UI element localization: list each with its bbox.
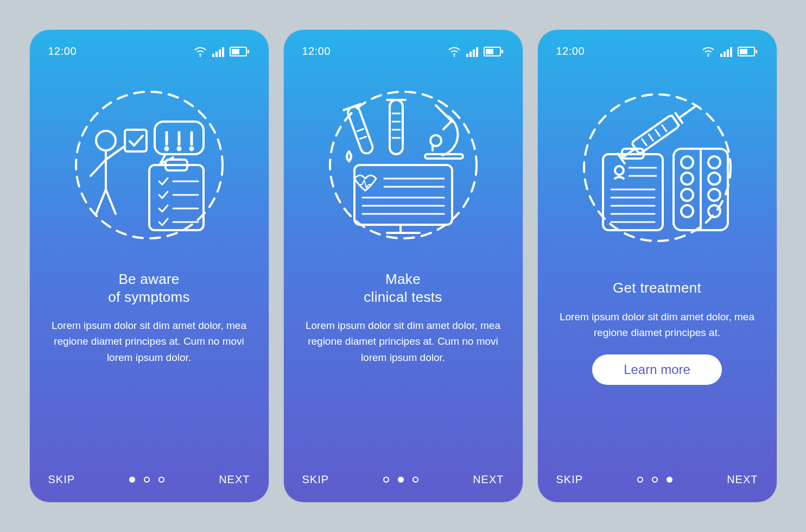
svg-rect-22 [354,165,452,225]
wifi-icon [702,46,715,58]
svg-point-30 [708,156,720,168]
onboarding-body: Lorem ipsum dolor sit dim amet dolor, me… [556,309,758,341]
svg-point-33 [681,189,693,201]
battery-icon [230,46,250,58]
onboarding-body: Lorem ipsum dolor sit dim amet dolor, me… [302,318,504,365]
svg-point-31 [681,173,693,185]
page-dot-3[interactable] [158,477,164,483]
onboarding-title: Get treatment [556,279,758,297]
bottom-nav: SKIP NEXT [302,473,504,486]
svg-point-35 [681,205,693,217]
illustration-treatment [556,73,758,257]
page-dots [383,477,418,483]
onboarding-screen-2: 12:00 [284,30,523,502]
svg-point-27 [615,166,624,175]
page-dot-1[interactable] [383,477,389,483]
bottom-nav: SKIP NEXT [48,473,250,486]
battery-icon [738,46,758,58]
svg-point-34 [708,189,720,201]
skip-button[interactable]: SKIP [556,473,583,486]
page-dot-2[interactable] [652,477,658,483]
svg-rect-10 [125,130,147,151]
svg-rect-25 [603,154,663,230]
onboarding-screen-1: 12:00 [30,30,269,502]
status-time: 12:00 [48,45,77,58]
next-button[interactable]: NEXT [219,473,250,486]
page-dots [637,477,672,483]
page-dot-3[interactable] [412,477,418,483]
page-dot-3[interactable] [667,477,672,483]
status-bar: 12:00 [48,45,250,58]
page-dots [129,477,164,483]
status-bar: 12:00 [556,45,758,58]
wifi-icon [448,46,461,58]
svg-point-14 [190,148,193,150]
status-time: 12:00 [302,45,331,58]
page-dot-1[interactable] [637,477,643,483]
svg-point-13 [177,148,180,150]
onboarding-title: Make clinical tests [302,270,504,306]
onboarding-body: Lorem ipsum dolor sit dim amet dolor, me… [48,318,250,365]
status-time: 12:00 [556,45,585,58]
svg-rect-15 [149,165,204,230]
svg-point-36 [708,205,720,217]
svg-point-29 [681,156,693,168]
page-dot-2[interactable] [398,477,404,483]
svg-rect-20 [425,154,463,159]
svg-rect-19 [390,100,403,154]
onboarding-screen-3: 12:00 [538,30,777,502]
status-icons [194,46,250,58]
learn-more-button[interactable]: Learn more [592,354,722,385]
wifi-icon [194,46,207,58]
signal-icon [212,46,224,57]
svg-point-9 [96,131,116,150]
signal-icon [720,46,732,57]
next-button[interactable]: NEXT [727,473,758,486]
illustration-symptoms [48,73,250,257]
svg-point-32 [708,173,720,185]
onboarding-title: Be aware of symptoms [48,270,250,306]
status-icons [702,46,758,58]
page-dot-1[interactable] [129,477,135,483]
status-icons [448,46,504,58]
battery-icon [484,46,504,58]
svg-point-23 [584,94,731,241]
next-button[interactable]: NEXT [473,473,504,486]
bottom-nav: SKIP NEXT [556,473,758,486]
skip-button[interactable]: SKIP [48,473,75,486]
signal-icon [466,46,478,57]
status-bar: 12:00 [302,45,504,58]
illustration-tests [302,73,504,257]
svg-point-12 [165,148,168,150]
skip-button[interactable]: SKIP [302,473,329,486]
page-dot-2[interactable] [144,477,150,483]
